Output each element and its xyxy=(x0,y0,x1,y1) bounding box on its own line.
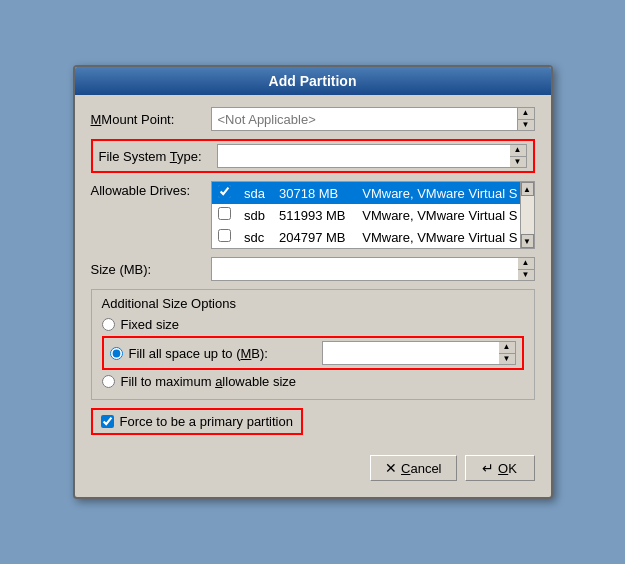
drive-row-sdc[interactable]: sdc 204797 MB VMware, VMware Virtual S xyxy=(212,226,534,248)
fill-space-radio[interactable] xyxy=(110,347,123,360)
dialog-body: MMount Point: ▲ ▼ File System Type: swap… xyxy=(75,95,551,497)
fill-space-input[interactable]: 2048 xyxy=(322,341,499,365)
ok-icon: ↵ xyxy=(482,460,494,476)
fs-type-down-btn[interactable]: ▼ xyxy=(510,157,526,168)
mount-point-input-wrapper: ▲ ▼ xyxy=(211,107,535,131)
drive-check-sdb[interactable] xyxy=(212,204,239,226)
fill-space-input-wrapper: 2048 ▲ ▼ xyxy=(322,341,516,365)
fill-space-row: Fill all space up to (MB): 2048 ▲ ▼ xyxy=(102,336,524,370)
drives-table-wrapper: sda 30718 MB VMware, VMware Virtual S sd… xyxy=(211,181,535,249)
size-up-btn[interactable]: ▲ xyxy=(518,258,534,270)
fs-type-row: File System Type: swap ▲ ▼ xyxy=(91,139,535,173)
dialog-title: Add Partition xyxy=(75,67,551,95)
cancel-button[interactable]: ✕ Cancel xyxy=(370,455,456,481)
fill-max-row: Fill to maximum allowable size xyxy=(102,374,524,389)
force-primary-checkbox[interactable] xyxy=(101,415,114,428)
scroll-track xyxy=(521,196,534,234)
drive-vendor-sdc: VMware, VMware Virtual S xyxy=(356,226,533,248)
cancel-label: Cancel xyxy=(401,461,441,476)
size-input[interactable]: 100 xyxy=(211,257,518,281)
drive-check-sda[interactable] xyxy=(212,182,239,204)
drive-vendor-sdb: VMware, VMware Virtual S xyxy=(356,204,533,226)
drive-vendor-sda: VMware, VMware Virtual S xyxy=(356,182,533,204)
drives-label: Allowable Drives: xyxy=(91,181,211,249)
fs-type-up-btn[interactable]: ▲ xyxy=(510,145,526,157)
drive-name-sdc: sdc xyxy=(238,226,273,248)
additional-size-title: Additional Size Options xyxy=(102,296,524,311)
size-spinner: ▲ ▼ xyxy=(518,257,535,281)
force-primary-label: Force to be a primary partition xyxy=(120,414,293,429)
drive-name-sdb: sdb xyxy=(238,204,273,226)
force-primary-row: Force to be a primary partition xyxy=(91,408,303,435)
sda-checkbox[interactable] xyxy=(218,185,231,198)
fixed-size-radio[interactable] xyxy=(102,318,115,331)
fs-type-label: File System Type: xyxy=(99,149,217,164)
fixed-size-label: Fixed size xyxy=(121,317,180,332)
fs-type-input[interactable]: swap xyxy=(217,144,510,168)
drive-check-sdc[interactable] xyxy=(212,226,239,248)
mount-point-label: MMount Point: xyxy=(91,112,211,127)
fill-space-spinner: ▲ ▼ xyxy=(499,341,516,365)
drives-table: sda 30718 MB VMware, VMware Virtual S sd… xyxy=(212,182,534,248)
fill-space-down-btn[interactable]: ▼ xyxy=(499,354,515,365)
ok-button[interactable]: ↵ OK xyxy=(465,455,535,481)
mount-point-down-btn[interactable]: ▼ xyxy=(518,120,534,131)
drives-scrollbar[interactable]: ▲ ▼ xyxy=(520,182,534,248)
drive-row-sdb[interactable]: sdb 511993 MB VMware, VMware Virtual S xyxy=(212,204,534,226)
sdb-checkbox[interactable] xyxy=(218,207,231,220)
force-primary-wrapper: Force to be a primary partition xyxy=(91,408,535,445)
fill-space-label: Fill all space up to (MB): xyxy=(129,346,323,361)
fill-max-radio[interactable] xyxy=(102,375,115,388)
fs-type-spinner: ▲ ▼ xyxy=(510,144,527,168)
scroll-up-btn[interactable]: ▲ xyxy=(521,182,534,196)
mount-point-up-btn[interactable]: ▲ xyxy=(518,108,534,120)
mount-point-row: MMount Point: ▲ ▼ xyxy=(91,107,535,131)
fill-space-up-btn[interactable]: ▲ xyxy=(499,342,515,354)
drive-name-sda: sda xyxy=(238,182,273,204)
add-partition-dialog: Add Partition MMount Point: ▲ ▼ File Sys… xyxy=(73,65,553,499)
fs-type-input-wrapper: swap ▲ ▼ xyxy=(217,144,527,168)
sdc-checkbox[interactable] xyxy=(218,229,231,242)
drives-section: Allowable Drives: sda 30718 MB VMware, V… xyxy=(91,181,535,249)
size-row: Size (MB): 100 ▲ ▼ xyxy=(91,257,535,281)
drive-size-sda: 30718 MB xyxy=(273,182,356,204)
drive-size-sdb: 511993 MB xyxy=(273,204,356,226)
ok-label: OK xyxy=(498,461,517,476)
drive-row-sda[interactable]: sda 30718 MB VMware, VMware Virtual S xyxy=(212,182,534,204)
additional-size-section: Additional Size Options Fixed size Fill … xyxy=(91,289,535,400)
size-input-wrapper: 100 ▲ ▼ xyxy=(211,257,535,281)
fill-max-label: Fill to maximum allowable size xyxy=(121,374,297,389)
fixed-size-row: Fixed size xyxy=(102,317,524,332)
dialog-buttons: ✕ Cancel ↵ OK xyxy=(91,455,535,487)
size-label: Size (MB): xyxy=(91,262,211,277)
size-down-btn[interactable]: ▼ xyxy=(518,270,534,281)
mount-point-input[interactable] xyxy=(211,107,518,131)
cancel-icon: ✕ xyxy=(385,460,397,476)
drive-size-sdc: 204797 MB xyxy=(273,226,356,248)
scroll-down-btn[interactable]: ▼ xyxy=(521,234,534,248)
